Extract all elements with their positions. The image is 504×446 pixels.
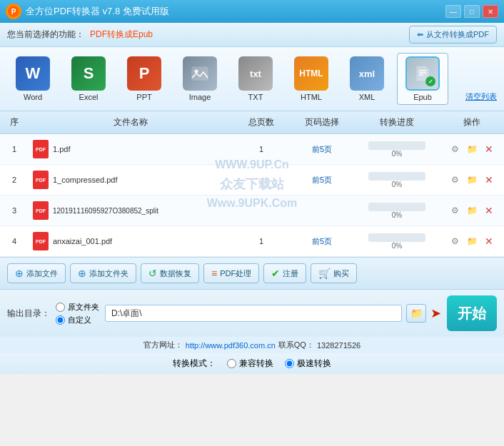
radio-original-input[interactable] (56, 303, 65, 312)
pdf-icon: PDF (33, 232, 49, 250)
row4-progress: 0% (354, 232, 440, 251)
row3-pageselect (290, 209, 354, 212)
epub-label: Epub (413, 93, 432, 101)
format-xml[interactable]: xml XML (341, 53, 393, 105)
row2-settings-icon[interactable]: ⚙ (448, 173, 462, 187)
format-excel[interactable]: S Excel (63, 53, 114, 105)
row3-folder-icon[interactable]: 📁 (465, 203, 479, 218)
toolbar-value: PDF转换成Epub (90, 29, 409, 41)
row2-filename: PDF 1_compressed.pdf (29, 169, 233, 191)
website-link[interactable]: http://www.pdf360.com.cn (186, 341, 276, 350)
browse-folder-button[interactable]: 📁 (406, 304, 426, 323)
output-label: 输出目录： (7, 308, 50, 320)
table-row: 1 PDF 1.pdf 1 前5页 0% ⚙ 📁 ✕ (0, 134, 504, 165)
col-filename: 文件名称 (29, 115, 233, 130)
row4-settings-icon[interactable]: ⚙ (448, 234, 462, 248)
output-radio-group: 原文件夹 自定义 (56, 302, 99, 325)
radio-custom-input[interactable] (56, 315, 65, 325)
row3-progress: 0% (354, 201, 440, 221)
table-row: 3 PDF 120191116095927O380852_split 0% ⚙ … (0, 196, 504, 226)
pdf-process-icon: ≡ (211, 268, 217, 279)
add-folder-button[interactable]: ⊕ 添加文件夹 (70, 263, 136, 283)
pdf-icon: PDF (33, 140, 49, 158)
add-file-button[interactable]: ⊕ 添加文件 (7, 263, 66, 283)
row1-pages: 1 (233, 143, 290, 155)
row4-pages: 1 (233, 235, 290, 247)
from-file-button[interactable]: ⬅ 从文件转换成PDF (409, 26, 497, 44)
row3-delete-icon[interactable]: ✕ (482, 203, 496, 218)
format-txt[interactable]: txt TXT (230, 53, 281, 105)
app-logo: P (6, 4, 21, 19)
format-ppt[interactable]: P PPT (119, 53, 170, 105)
radio-compatible[interactable]: 兼容转换 (227, 358, 273, 370)
row4-seq: 4 (0, 235, 29, 247)
xml-icon-box: xml (350, 56, 384, 91)
register-button[interactable]: ✔ 注册 (263, 263, 306, 283)
excel-label: Excel (79, 93, 99, 101)
radio-compatible-input[interactable] (227, 359, 236, 368)
format-image[interactable]: Image (174, 53, 226, 105)
window-controls: — □ ✕ (445, 5, 498, 18)
row1-settings-icon[interactable]: ⚙ (448, 142, 462, 156)
radio-custom[interactable]: 自定义 (56, 315, 99, 325)
data-recover-button[interactable]: ↺ 数据恢复 (141, 263, 199, 283)
row1-progress: 0% (354, 140, 440, 159)
word-label: Word (24, 93, 42, 101)
minimize-button[interactable]: — (445, 5, 461, 18)
html-icon-box: HTML (294, 56, 328, 91)
row4-delete-icon[interactable]: ✕ (482, 234, 496, 248)
title-bar: P 全方位PDF转换器 v7.8 免费试用版 — □ ✕ (0, 0, 504, 23)
app-title: 全方位PDF转换器 v7.8 免费试用版 (26, 5, 445, 18)
toolbar-row: 您当前选择的功能： PDF转换成Epub ⬅ 从文件转换成PDF (0, 23, 504, 47)
row3-settings-icon[interactable]: ⚙ (448, 203, 462, 218)
add-file-icon: ⊕ (15, 268, 24, 279)
row1-filename: PDF 1.pdf (29, 138, 233, 160)
recover-icon: ↺ (148, 268, 157, 279)
row2-progress: 0% (354, 171, 440, 190)
html-label: HTML (301, 93, 322, 101)
output-path-input[interactable] (105, 305, 402, 322)
row4-pageselect[interactable]: 前5页 (290, 235, 354, 248)
maximize-button[interactable]: □ (464, 5, 480, 18)
col-pageselect: 页码选择 (290, 115, 354, 130)
pdf-process-button[interactable]: ≡ PDF处理 (203, 263, 259, 283)
add-folder-icon: ⊕ (78, 268, 86, 279)
row2-folder-icon[interactable]: 📁 (465, 173, 479, 187)
ppt-icon-box: P (127, 56, 161, 91)
row1-delete-icon[interactable]: ✕ (482, 142, 496, 156)
xml-label: XML (359, 93, 376, 101)
format-html[interactable]: HTML HTML (286, 53, 337, 105)
row4-filename: PDF anxaizai_001.pdf (29, 230, 233, 252)
image-label: Image (189, 93, 211, 101)
toolbar-label: 您当前选择的功能： (7, 29, 84, 41)
radio-fast[interactable]: 极速转换 (285, 358, 331, 370)
row1-folder-icon[interactable]: 📁 (465, 142, 479, 156)
col-progress: 转换进度 (354, 115, 440, 130)
start-button[interactable]: 开始 (447, 295, 497, 331)
row4-folder-icon[interactable]: 📁 (465, 234, 479, 248)
format-icons-row: W Word S Excel P PPT Image txt TXT (0, 47, 504, 111)
col-pages: 总页数 (233, 115, 290, 130)
format-epub[interactable]: ✓ Epub (397, 53, 448, 105)
pdf-icon: PDF (33, 201, 49, 220)
row2-delete-icon[interactable]: ✕ (482, 173, 496, 187)
row1-pageselect[interactable]: 前5页 (290, 143, 354, 156)
file-table: 序 文件名称 总页数 页码选择 转换进度 操作 1 PDF 1.pdf 1 前5… (0, 111, 504, 257)
buy-button[interactable]: 🛒 购买 (311, 263, 357, 283)
row3-actions: ⚙ 📁 ✕ (440, 202, 504, 219)
close-button[interactable]: ✕ (483, 5, 498, 18)
register-icon: ✔ (271, 268, 280, 279)
radio-fast-input[interactable] (285, 359, 294, 368)
convert-row: 转换模式： 兼容转换 极速转换 (0, 353, 504, 374)
svg-rect-2 (192, 67, 208, 80)
word-icon-box: W (16, 56, 50, 91)
row2-pageselect[interactable]: 前5页 (290, 173, 354, 187)
row3-seq: 3 (0, 205, 29, 216)
format-word[interactable]: W Word (7, 53, 59, 105)
epub-check-icon: ✓ (425, 76, 435, 86)
clear-list-button[interactable]: 清空列表 (465, 91, 497, 105)
col-seq: 序 (0, 115, 29, 130)
output-row: 输出目录： 原文件夹 自定义 📁 ➤ 开始 (0, 290, 504, 337)
ppt-label: PPT (136, 93, 151, 101)
radio-original-folder[interactable]: 原文件夹 (56, 302, 99, 313)
